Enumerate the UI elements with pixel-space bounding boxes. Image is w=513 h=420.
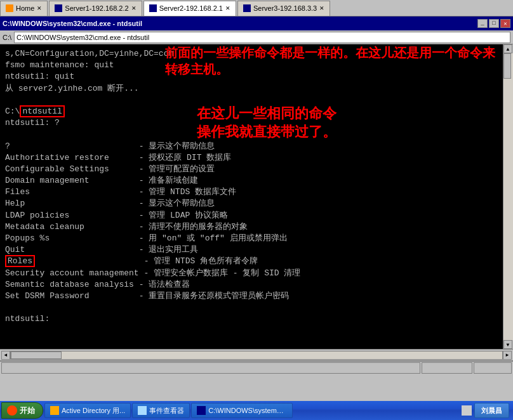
scroll-track [503, 53, 513, 340]
status-segment-1 [1, 362, 420, 374]
tab-server2[interactable]: Server2-192.168.2.1 ✕ [143, 1, 236, 16]
window-title: C:\WINDOWS\system32\cmd.exe - ntdsutil [3, 20, 142, 27]
terminal-line-12: Domain management - 准备新域创建 [5, 175, 508, 187]
terminal-line-16: Metadata cleanup - 清理不使用的服务器的对象 [5, 221, 508, 233]
terminal[interactable]: s,CN=Configuration,DC=yinhe,DC=com fsmo … [0, 44, 513, 349]
scroll-left-button[interactable]: ◄ [1, 351, 10, 360]
terminal-line-1: s,CN=Configuration,DC=yinhe,DC=com [5, 48, 508, 60]
tab-home-label: Home [16, 4, 34, 12]
roles-highlight: Roles [5, 255, 35, 267]
tab-server3[interactable]: Server3-192.168.3.3 ✕ [237, 1, 330, 16]
taskbar-ad-button[interactable]: Active Directory 用... [44, 403, 131, 418]
terminal-line-15: LDAP policies - 管理 LDAP 协议策略 [5, 210, 508, 221]
taskbar-cmd-button[interactable]: C:\WINDOWS\system32... [191, 403, 293, 418]
event-viewer-icon [138, 406, 147, 415]
terminal-wrapper: s,CN=Configuration,DC=yinhe,DC=com fsmo … [0, 44, 513, 349]
minimize-button[interactable]: _ [477, 19, 488, 28]
terminal-line-20: Security account management - 管理安全帐户数据库 … [5, 268, 508, 279]
windows-logo-icon [7, 405, 17, 416]
tab-server2-label: Server2-192.168.2.1 [159, 4, 223, 12]
terminal-line-3: ntdsutil: quit [5, 71, 508, 82]
taskbar-event-label: 事件查看器 [149, 406, 184, 416]
terminal-line-8 [5, 129, 508, 140]
terminal-line-9: ? - 显示这个帮助信息 [5, 141, 508, 152]
taskbar-event-button[interactable]: 事件查看器 [132, 403, 190, 418]
tab-server1[interactable]: Server1-192.168.2.2 ✕ [49, 1, 142, 16]
terminal-line-13: Files - 管理 NTDS 数据库文件 [5, 187, 508, 198]
hscroll-thumb[interactable] [11, 351, 62, 359]
address-input[interactable] [14, 32, 510, 43]
taskbar-right: 刘晨昌 [462, 403, 512, 418]
taskbar: 开始 Active Directory 用... 事件查看器 C:\WINDOW… [0, 401, 513, 420]
terminal-line-5 [5, 95, 508, 106]
terminal-line-7: ntdsutil: ? [5, 117, 508, 129]
maximize-button[interactable]: □ [489, 19, 499, 28]
terminal-line-24: ntdsutil: [5, 313, 508, 325]
terminal-line-4: 从 server2.yinhe.com 断开... [5, 83, 508, 95]
scroll-up-button[interactable]: ▲ [503, 44, 512, 53]
terminal-line-23 [5, 302, 508, 313]
start-label: 开始 [20, 405, 35, 416]
server1-icon [55, 4, 62, 12]
terminal-line-22: Set DSRM Password - 重置目录服务还原模式管理员帐户密码 [5, 291, 508, 302]
terminal-line-11: Configurable Settings - 管理可配置的设置 [5, 164, 508, 175]
terminal-line-14: Help - 显示这个帮助信息 [5, 198, 508, 209]
tab-server2-close[interactable]: ✕ [225, 5, 230, 11]
status-segment-3 [474, 362, 512, 374]
address-bar: C:\ [0, 30, 513, 44]
main-window: s,CN=Configuration,DC=yinhe,DC=com fsmo … [0, 44, 513, 349]
start-button[interactable]: 开始 [1, 402, 43, 419]
terminal-line-19: Roles - 管理 NTDS 角色所有者令牌 [5, 256, 508, 267]
tab-server3-label: Server3-192.168.3.3 [253, 4, 317, 12]
server2-icon [149, 4, 157, 12]
user-button[interactable]: 刘晨昌 [474, 403, 509, 418]
tab-server3-close[interactable]: ✕ [319, 5, 324, 11]
home-icon [6, 4, 13, 12]
user-name: 刘晨昌 [481, 406, 502, 416]
terminal-line-6: C:\ntdsutil [5, 106, 508, 117]
tab-home[interactable]: Home ✕ [0, 1, 48, 16]
tab-home-close[interactable]: ✕ [37, 5, 42, 11]
notify-icon [462, 405, 472, 416]
tab-server1-close[interactable]: ✕ [131, 5, 137, 11]
taskbar-cmd-label: C:\WINDOWS\system32... [208, 407, 287, 414]
scroll-right-button[interactable]: ► [503, 351, 512, 360]
horizontal-scrollbar[interactable]: ◄ ► [0, 349, 513, 360]
ad-icon [50, 406, 59, 415]
window-buttons: _ □ ✕ [477, 19, 510, 28]
status-bar [0, 360, 513, 374]
ntdsutil-highlight: ntdsutil [20, 105, 64, 117]
terminal-line-17: Popups %s - 用 "on" 或 "off" 启用或禁用弹出 [5, 233, 508, 244]
cmd-icon [197, 406, 206, 415]
terminal-line-10: Authoritative restore - 授权还原 DIT 数据库 [5, 152, 508, 164]
close-button[interactable]: ✕ [500, 19, 510, 28]
server3-icon [243, 4, 251, 12]
hscroll-track [10, 351, 503, 360]
window-chrome: C:\WINDOWS\system32\cmd.exe - ntdsutil _… [0, 16, 513, 30]
terminal-line-21: Semantic database analysis - 语法检查器 [5, 279, 508, 291]
scroll-thumb[interactable] [503, 53, 511, 79]
address-label-text: C:\ [3, 34, 11, 41]
vertical-scrollbar[interactable]: ▲ ▼ [503, 44, 513, 349]
status-segment-2 [422, 362, 472, 374]
terminal-line-18: Quit - 退出实用工具 [5, 244, 508, 256]
taskbar-ad-label: Active Directory 用... [62, 406, 125, 416]
scroll-down-button[interactable]: ▼ [503, 340, 512, 349]
tab-server1-label: Server1-192.168.2.2 [65, 4, 128, 12]
tab-bar: Home ✕ Server1-192.168.2.2 ✕ Server2-192… [0, 0, 513, 16]
terminal-line-2: fsmo maintenance: quit [5, 60, 508, 71]
